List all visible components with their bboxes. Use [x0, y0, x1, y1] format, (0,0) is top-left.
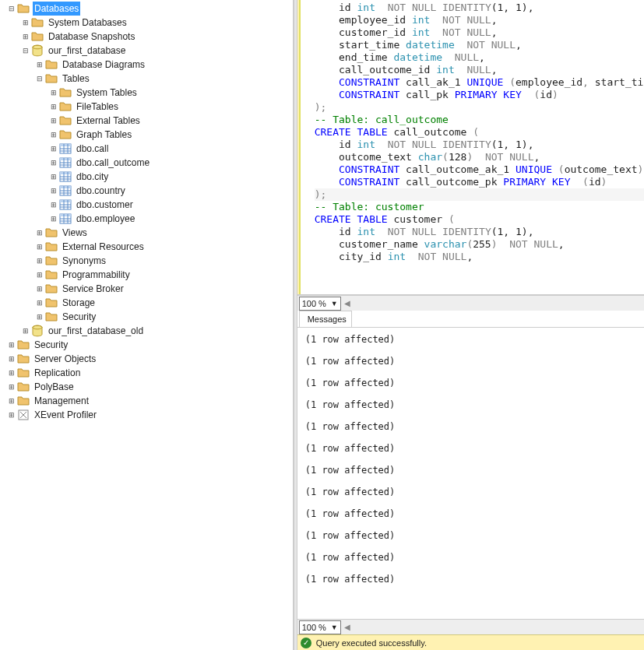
folder-icon	[17, 367, 30, 379]
tree-node[interactable]: ⊞Server Objects	[0, 352, 293, 366]
tree-node[interactable]: ⊞dbo.country	[0, 184, 293, 198]
expand-toggle-icon[interactable]: ⊞	[20, 31, 31, 42]
tree-node[interactable]: ⊞External Resources	[0, 240, 293, 254]
expand-toggle-icon[interactable]: ⊞	[34, 311, 45, 322]
folder-icon	[59, 86, 72, 99]
message-line: (1 row affected)	[305, 530, 636, 541]
tree-node[interactable]: ⊞dbo.city	[0, 170, 293, 184]
tab-messages[interactable]: Messages	[299, 311, 352, 327]
tree-node[interactable]: ⊞System Tables	[0, 86, 293, 100]
messages-pane[interactable]: (1 row affected)(1 row affected)(1 row a…	[297, 328, 644, 619]
expand-toggle-icon[interactable]: ⊞	[6, 339, 17, 350]
tree-node-label: Server Objects	[33, 352, 97, 366]
table-icon	[59, 199, 72, 211]
expand-toggle-icon[interactable]: ⊞	[34, 227, 45, 238]
folder-icon	[17, 395, 30, 407]
folder-icon	[45, 241, 58, 253]
tree-node[interactable]: ⊞Security	[0, 310, 293, 324]
tree-node-label: PolyBase	[33, 380, 76, 394]
expand-toggle-icon[interactable]: ⊞	[6, 367, 17, 378]
expand-toggle-icon[interactable]: ⊞	[48, 199, 59, 210]
expand-toggle-icon[interactable]: ⊞	[34, 269, 45, 280]
folder-icon	[59, 114, 72, 127]
tree-node[interactable]: ⊞Programmability	[0, 268, 293, 282]
expand-toggle-icon[interactable]: ⊞	[48, 143, 59, 154]
collapse-toggle-icon[interactable]: ⊟	[6, 3, 17, 14]
tree-node[interactable]: ⊞dbo.call_outcome	[0, 156, 293, 170]
collapse-toggle-icon[interactable]: ⊟	[20, 45, 31, 56]
tree-node[interactable]: ⊞dbo.customer	[0, 198, 293, 212]
expand-toggle-icon[interactable]: ⊞	[20, 17, 31, 28]
tree-node[interactable]: ⊞FileTables	[0, 100, 293, 114]
expand-toggle-icon[interactable]: ⊞	[34, 59, 45, 70]
object-explorer-tree[interactable]: ⊟Databases⊞System Databases⊞Database Sna…	[0, 0, 294, 650]
expand-toggle-icon[interactable]: ⊞	[34, 255, 45, 266]
message-line: (1 row affected)	[305, 443, 636, 454]
expand-toggle-icon[interactable]: ⊞	[6, 409, 17, 420]
folder-icon	[31, 30, 44, 43]
db-icon	[31, 325, 44, 337]
expand-toggle-icon[interactable]: ⊞	[6, 395, 17, 406]
svg-rect-33	[60, 214, 71, 216]
expand-toggle-icon[interactable]: ⊞	[48, 87, 59, 98]
tree-node[interactable]: ⊞External Tables	[0, 114, 293, 128]
tree-node-label: System Databases	[47, 16, 128, 30]
expand-toggle-icon[interactable]: ⊞	[48, 185, 59, 196]
tree-node-label: our_first_database	[47, 44, 127, 58]
tree-node-label: Service Broker	[61, 282, 125, 296]
messages-zoom-dropdown[interactable]: 100 % ▼	[299, 620, 341, 634]
tree-node-label: Security	[61, 310, 97, 324]
tree-node[interactable]: ⊞Service Broker	[0, 282, 293, 296]
table-icon	[59, 213, 72, 225]
expand-toggle-icon[interactable]: ⊞	[48, 213, 59, 224]
expand-toggle-icon[interactable]: ⊞	[48, 115, 59, 126]
expand-toggle-icon[interactable]: ⊞	[6, 353, 17, 364]
tree-node[interactable]: ⊞dbo.employee	[0, 212, 293, 226]
editor-zoom-dropdown[interactable]: 100 % ▼	[299, 297, 341, 311]
scroll-left-icon[interactable]: ◀	[341, 297, 354, 310]
tree-node[interactable]: ⊟our_first_database	[0, 44, 293, 58]
tree-node[interactable]: ⊟Databases	[0, 2, 293, 16]
tree-node[interactable]: ⊞Synonyms	[0, 254, 293, 268]
expand-toggle-icon[interactable]: ⊞	[48, 101, 59, 112]
scroll-left-icon[interactable]: ◀	[341, 621, 354, 634]
expand-toggle-icon[interactable]: ⊞	[34, 241, 45, 252]
tree-node[interactable]: ⊟Tables	[0, 72, 293, 86]
sql-code[interactable]: id int NOT NULL IDENTITY(1, 1), employee…	[310, 0, 644, 265]
svg-rect-27	[60, 200, 71, 202]
collapse-toggle-icon[interactable]: ⊟	[34, 73, 45, 84]
tree-node-label: dbo.country	[75, 184, 127, 198]
status-bar: ✓ Query executed successfully.	[297, 634, 644, 650]
tree-node[interactable]: ⊞Views	[0, 226, 293, 240]
expand-toggle-icon[interactable]: ⊞	[48, 171, 59, 182]
tree-node[interactable]: ⊞XEvent Profiler	[0, 408, 293, 422]
tree-node[interactable]: ⊞Database Snapshots	[0, 30, 293, 44]
tree-node-label: dbo.city	[75, 170, 110, 184]
right-panel: id int NOT NULL IDENTITY(1, 1), employee…	[297, 0, 644, 650]
expand-toggle-icon[interactable]: ⊞	[48, 157, 59, 168]
sql-editor[interactable]: id int NOT NULL IDENTITY(1, 1), employee…	[297, 0, 644, 295]
folder-icon	[45, 269, 58, 281]
tree-node-label: Database Diagrams	[61, 58, 146, 72]
tree-node[interactable]: ⊞Storage	[0, 296, 293, 310]
message-line: (1 row affected)	[305, 334, 636, 345]
expand-toggle-icon[interactable]: ⊞	[34, 297, 45, 308]
tree-node[interactable]: ⊞Management	[0, 394, 293, 408]
expand-toggle-icon[interactable]: ⊞	[48, 129, 59, 140]
folder-icon	[59, 100, 72, 113]
tree-node[interactable]: ⊞Replication	[0, 366, 293, 380]
tree-node[interactable]: ⊞System Databases	[0, 16, 293, 30]
tree-node[interactable]: ⊞dbo.call	[0, 142, 293, 156]
tree-node[interactable]: ⊞our_first_database_old	[0, 324, 293, 338]
tree-node[interactable]: ⊞Security	[0, 338, 293, 352]
expand-toggle-icon[interactable]: ⊞	[6, 381, 17, 392]
tree-node-label: Security	[33, 338, 69, 352]
expand-toggle-icon[interactable]: ⊞	[34, 283, 45, 294]
table-icon	[59, 170, 72, 183]
expand-toggle-icon[interactable]: ⊞	[20, 325, 31, 336]
tree-node[interactable]: ⊞Database Diagrams	[0, 58, 293, 72]
tree-node[interactable]: ⊞Graph Tables	[0, 128, 293, 142]
tree-node[interactable]: ⊞PolyBase	[0, 380, 293, 394]
folder-icon	[31, 16, 44, 29]
message-line: (1 row affected)	[305, 465, 636, 476]
